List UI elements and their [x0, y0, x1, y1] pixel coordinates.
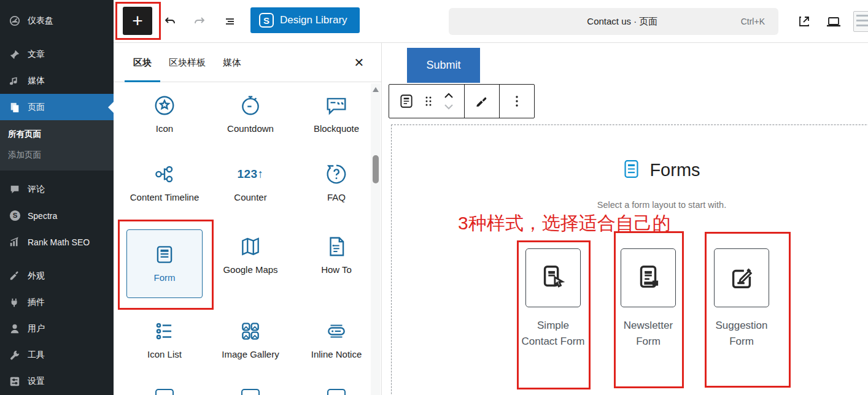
tab-blocks[interactable]: 区块: [125, 43, 160, 82]
drag-handle[interactable]: [417, 90, 440, 112]
sidebar-item-tools[interactable]: 工具: [0, 342, 114, 368]
spectra-icon: S: [9, 210, 21, 222]
block-tile-image-gallery[interactable]: Image Gallery: [207, 312, 293, 380]
plug-icon: [9, 296, 21, 309]
command-center-bar[interactable]: Contact us · 页面 Ctrl+K: [449, 8, 778, 35]
partial-block-icon: [241, 389, 260, 395]
block-tile-form[interactable]: Form: [126, 229, 203, 298]
block-tile-inline-notice[interactable]: Inline Notice: [293, 312, 379, 380]
block-tile-partial-1[interactable]: [122, 380, 207, 395]
sidebar-item-settings[interactable]: 设置: [0, 368, 114, 394]
sidebar-subitem-all-pages[interactable]: 所有页面: [0, 124, 114, 145]
form-block-icon: [153, 241, 176, 268]
media-icon: [9, 75, 21, 87]
simple-contact-form-icon: [525, 248, 581, 307]
sidebar-subitem-add-page[interactable]: 添加页面: [0, 145, 114, 166]
block-tile-label: Google Maps: [223, 264, 277, 276]
sidebar-item-media[interactable]: 媒体: [0, 67, 114, 94]
sidebar-item-comments[interactable]: 评论: [0, 176, 114, 202]
layout-option-label: Suggestion Form: [708, 318, 775, 350]
sidebar-item-label: Rank Math SEO: [28, 237, 90, 247]
layout-option-suggestion-form[interactable]: Suggestion Form: [696, 248, 788, 350]
tab-patterns[interactable]: 区块样板: [160, 43, 214, 82]
counter-icon: 123↑: [237, 161, 263, 188]
sidebar-item-dashboard[interactable]: 仪表盘: [0, 7, 114, 34]
options-kebab-button[interactable]: [506, 90, 528, 112]
sidebar-item-pages[interactable]: 页面: [0, 94, 114, 120]
block-tile-counter[interactable]: 123↑ Counter: [207, 155, 293, 227]
block-tile-faq[interactable]: FAQ: [293, 155, 379, 227]
sidebar-item-label: 媒体: [28, 75, 45, 86]
sidebar-item-rank-math[interactable]: Rank Math SEO: [0, 229, 114, 255]
how-to-icon: [325, 233, 348, 260]
block-tile-label: Form: [154, 272, 176, 284]
block-tile-icon-list[interactable]: Icon List: [122, 312, 207, 380]
sidebar-item-label: 外观: [28, 270, 45, 282]
redo-button[interactable]: [190, 12, 209, 31]
sidebar-item-plugins[interactable]: 插件: [0, 289, 114, 315]
styles-paintbrush-button[interactable]: [471, 90, 493, 112]
sidebar-item-label: 用户: [28, 323, 45, 334]
layout-option-label: Newsletter Form: [614, 318, 682, 350]
block-tile-label: Content Timeline: [130, 191, 200, 204]
tab-media[interactable]: 媒体: [214, 43, 250, 82]
pages-submenu: 所有页面 添加页面: [0, 120, 114, 171]
faq-icon: [325, 161, 348, 188]
forms-subtitle: Select a form layout to start with.: [551, 200, 772, 210]
partial-block-icon: [327, 389, 346, 395]
blockquote-icon: [325, 92, 348, 119]
block-grid: Icon Countdown Blockquote Content Timeli: [122, 86, 379, 395]
scrollbar-thumb[interactable]: [373, 155, 379, 183]
block-tile-label: Countdown: [227, 123, 274, 135]
block-tile-label: Image Gallery: [222, 348, 279, 361]
move-down-button[interactable]: [440, 101, 458, 112]
block-tile-partial-2[interactable]: [207, 380, 293, 395]
forms-title: Forms: [649, 160, 700, 180]
block-tile-icon[interactable]: Icon: [122, 86, 207, 155]
document-title: Contact us · 页面: [449, 16, 741, 28]
sidebar-item-label: 插件: [28, 297, 45, 308]
dashboard-icon: [9, 15, 21, 27]
block-inserter-panel: 区块 区块样板 媒体 ✕ Icon Countdown: [114, 43, 382, 395]
content-timeline-icon: [153, 161, 176, 188]
image-gallery-icon: [239, 318, 262, 345]
block-tile-google-maps[interactable]: Google Maps: [207, 227, 293, 312]
sidebar-item-posts[interactable]: 文章: [0, 41, 114, 67]
undo-button[interactable]: [160, 12, 180, 31]
panel-scrollbar[interactable]: [371, 83, 381, 395]
brush-icon: [9, 270, 21, 282]
layout-option-simple-contact-form[interactable]: Simple Contact Form: [507, 248, 599, 350]
sidebar-item-spectra[interactable]: S Spectra: [0, 202, 114, 229]
block-tile-label: FAQ: [327, 191, 346, 204]
form-submit-button[interactable]: Submit: [407, 48, 480, 83]
block-inserter-toggle-button[interactable]: +: [123, 7, 152, 35]
block-tile-content-timeline[interactable]: Content Timeline: [122, 155, 207, 227]
sidebar-item-label: 评论: [28, 184, 45, 195]
settings-panel-partial-icon[interactable]: [853, 11, 868, 32]
move-up-button[interactable]: [440, 90, 458, 101]
layout-option-newsletter-form[interactable]: Newsletter Form: [602, 248, 694, 350]
close-inserter-button[interactable]: ✕: [351, 54, 368, 71]
block-tile-how-to[interactable]: How To: [293, 227, 379, 312]
design-library-button[interactable]: S Design Library: [250, 7, 360, 33]
sliders-icon: [9, 375, 21, 388]
form-block-type-button[interactable]: [395, 90, 417, 112]
block-tile-countdown[interactable]: Countdown: [207, 86, 293, 155]
scrollbar-up-arrow[interactable]: [373, 87, 379, 92]
sidebar-item-label: 工具: [28, 350, 45, 361]
block-tile-partial-3[interactable]: [293, 380, 379, 395]
sidebar-item-appearance[interactable]: 外观: [0, 263, 114, 289]
countdown-icon: [239, 92, 262, 119]
google-maps-icon: [239, 233, 262, 260]
sidebar-item-label: 仪表盘: [28, 15, 53, 26]
view-page-external-link-button[interactable]: [794, 12, 814, 31]
block-toolbar-main-group: [389, 85, 465, 118]
block-toolbar-styles-group: [465, 85, 500, 118]
list-view-button[interactable]: [220, 12, 240, 31]
block-tile-blockquote[interactable]: Blockquote: [293, 86, 379, 155]
icon-list-icon: [153, 318, 176, 345]
icon-block-icon: [153, 92, 176, 119]
inserter-tabs: 区块 区块样板 媒体 ✕: [114, 43, 381, 82]
sidebar-item-users[interactable]: 用户: [0, 315, 114, 342]
device-preview-button[interactable]: [824, 12, 843, 31]
